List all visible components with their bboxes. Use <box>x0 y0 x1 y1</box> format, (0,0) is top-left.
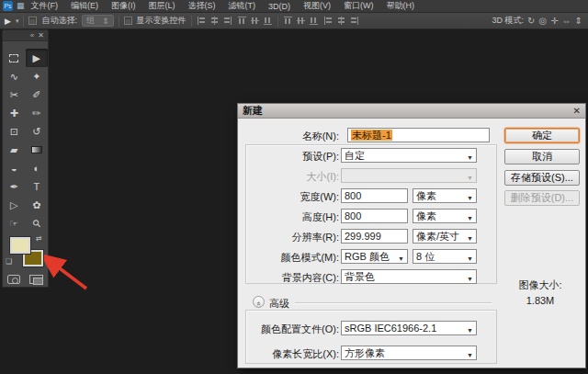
pixel-aspect-dropdown[interactable]: 方形像素 ▼ <box>341 346 477 360</box>
dodge-tool[interactable]: ◐ <box>26 159 49 177</box>
gradient-icon <box>31 146 42 153</box>
move-tool[interactable]: ▶ <box>26 49 49 67</box>
swap-colors-icon[interactable]: ⇄ <box>36 234 42 243</box>
hand-tool[interactable]: ☞ <box>3 214 26 232</box>
clone-stamp-tool[interactable]: ⊡ <box>3 122 26 141</box>
pen-tool[interactable]: ✒ <box>3 177 26 196</box>
blur-tool[interactable]: ◒ <box>3 159 26 177</box>
align-vertical-centers-icon[interactable] <box>250 16 260 26</box>
default-colors-icon[interactable]: ❏ <box>6 257 12 266</box>
eyedropper-tool[interactable]: ✐ <box>26 85 49 104</box>
color-mode-dropdown[interactable]: RGB 颜色 ▼ <box>341 249 408 264</box>
advanced-label: 高级 <box>269 297 289 311</box>
menu-file[interactable]: 文件(F) <box>25 0 65 12</box>
quick-selection-tool[interactable]: ✦ <box>26 67 49 85</box>
menu-3d[interactable]: 3D(D) <box>262 2 297 11</box>
resolution-input[interactable]: 299.999 <box>341 229 408 244</box>
foreground-color-swatch[interactable] <box>10 237 30 254</box>
show-transform-label: 显示变换控件 <box>137 15 187 27</box>
color-mode-label: 颜色模式(M): <box>240 251 339 264</box>
show-transform-checkbox[interactable] <box>124 17 132 25</box>
tool-preset-dropdown-icon[interactable]: ▾ <box>16 17 19 25</box>
menu-image[interactable]: 图像(I) <box>105 0 142 12</box>
distribute-vertical-centers-icon[interactable] <box>296 16 306 26</box>
width-input[interactable]: 800 <box>341 188 408 203</box>
collapse-panel-icon[interactable]: « <box>30 31 34 40</box>
bit-depth-dropdown[interactable]: 8 位 ▼ <box>413 249 477 264</box>
save-preset-button[interactable]: 存储预设(S)... <box>504 170 580 186</box>
preset-dropdown[interactable]: 自定 ▼ <box>341 148 477 163</box>
spot-healing-brush-tool[interactable]: ✚ <box>3 104 26 122</box>
resolution-unit-dropdown[interactable]: 像素/英寸 ▼ <box>413 229 477 244</box>
auto-select-checkbox[interactable] <box>28 17 37 25</box>
chevron-down-icon: ▼ <box>467 152 473 164</box>
ok-button[interactable]: 确定 <box>504 128 580 143</box>
align-bottom-edges-icon[interactable] <box>263 16 273 26</box>
3d-slide-icon[interactable]: ⇔ <box>562 16 571 26</box>
hand-icon: ☞ <box>9 219 18 229</box>
gradient-tool[interactable] <box>26 141 49 159</box>
auto-select-dropdown[interactable]: 组 ⇕ <box>82 15 114 27</box>
align-right-edges-icon[interactable] <box>222 16 232 26</box>
menu-select[interactable]: 选择(S) <box>182 0 222 12</box>
advanced-divider <box>295 302 492 303</box>
width-label: 宽度(W): <box>240 190 339 203</box>
menu-help[interactable]: 帮助(H) <box>380 0 422 12</box>
menu-layer[interactable]: 图层(L) <box>142 0 182 12</box>
close-panel-icon[interactable]: ✕ <box>38 31 44 40</box>
dialog-title-bar[interactable]: 新建 ✕ <box>238 104 585 119</box>
distribute-top-edges-icon[interactable] <box>283 16 293 26</box>
zoom-icon: ⚲ <box>30 217 42 229</box>
rectangular-marquee-tool[interactable] <box>3 49 26 67</box>
rectangular-marquee-icon <box>9 54 18 62</box>
clone-stamp-icon: ⊡ <box>10 127 18 137</box>
height-input[interactable]: 800 <box>341 209 408 223</box>
zoom-tool[interactable]: ⚲ <box>26 214 49 232</box>
pixel-aspect-value: 方形像素 <box>345 347 385 358</box>
resolution-unit-value: 像素/英寸 <box>416 231 459 242</box>
custom-shape-tool[interactable]: ✿ <box>26 196 49 214</box>
preset-value: 自定 <box>345 150 365 161</box>
distribute-right-edges-icon[interactable] <box>349 16 359 26</box>
3d-roll-icon[interactable]: ◎ <box>538 16 547 26</box>
name-input[interactable]: 未标题-1 <box>347 128 490 142</box>
eraser-tool[interactable]: ▰ <box>3 141 26 159</box>
quick-mask-icon[interactable] <box>7 275 20 284</box>
width-unit-dropdown[interactable]: 像素 ▼ <box>413 188 477 203</box>
history-brush-tool[interactable]: ↺ <box>26 122 49 141</box>
path-selection-tool[interactable]: ▷ <box>3 196 26 214</box>
align-horizontal-centers-icon[interactable] <box>209 16 220 26</box>
brush-tool[interactable]: ✏ <box>26 104 49 122</box>
menu-view[interactable]: 视图(V) <box>297 0 337 12</box>
move-icon: ▶ <box>33 53 40 63</box>
3d-scale-icon[interactable]: ⇕ <box>575 16 582 26</box>
workspace-icon: ▦ <box>17 1 25 11</box>
menu-filter[interactable]: 滤镜(T) <box>222 0 263 12</box>
background-contents-label: 背景内容(C): <box>240 271 339 284</box>
align-top-edges-icon[interactable] <box>237 16 247 26</box>
advanced-toggle-button[interactable]: « <box>253 296 265 308</box>
dodge-icon: ◐ <box>33 164 40 174</box>
lasso-tool[interactable]: ∿ <box>3 67 26 85</box>
move-tool-preset-icon[interactable]: ▶ <box>5 17 11 26</box>
screen-mode-icon[interactable] <box>29 275 43 284</box>
menu-window[interactable]: 窗口(W) <box>337 0 380 12</box>
3d-rotate-icon[interactable]: ↻ <box>527 16 535 26</box>
close-icon[interactable]: ✕ <box>573 106 581 116</box>
eraser-icon: ▰ <box>10 145 17 155</box>
background-contents-dropdown[interactable]: 背景色 ▼ <box>341 269 477 284</box>
distribute-bottom-edges-icon[interactable] <box>309 16 319 26</box>
color-profile-value: sRGB IEC61966-2.1 <box>345 323 436 334</box>
color-profile-dropdown[interactable]: sRGB IEC61966-2.1 ▼ <box>341 321 477 335</box>
chevron-down-icon: ▼ <box>467 273 473 286</box>
menu-edit[interactable]: 编辑(E) <box>64 0 105 12</box>
height-unit-dropdown[interactable]: 像素 ▼ <box>413 209 477 223</box>
align-left-edges-icon[interactable] <box>197 16 207 26</box>
distribute-left-edges-icon[interactable] <box>323 16 334 26</box>
crop-tool[interactable]: ✂ <box>3 85 26 104</box>
distribute-horizontal-centers-icon[interactable] <box>336 16 346 26</box>
height-value: 800 <box>345 210 361 221</box>
3d-pan-icon[interactable]: ✛ <box>550 16 558 26</box>
cancel-button[interactable]: 取消 <box>504 149 580 164</box>
type-tool[interactable]: T <box>26 177 49 196</box>
